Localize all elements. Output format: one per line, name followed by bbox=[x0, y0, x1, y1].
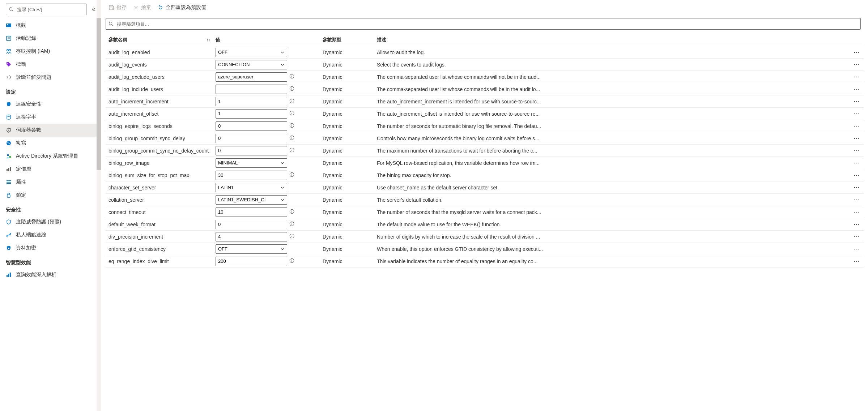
scrollbar-thumb[interactable] bbox=[97, 18, 101, 170]
param-value-input[interactable] bbox=[216, 97, 287, 106]
more-icon[interactable]: ⋯ bbox=[854, 258, 860, 264]
col-header-name[interactable]: 參數名稱 ↑↓ bbox=[106, 37, 214, 43]
svg-point-35 bbox=[292, 87, 292, 87]
col-header-value[interactable]: 值 bbox=[214, 37, 323, 43]
param-value-input[interactable] bbox=[216, 232, 287, 241]
param-type: Dynamic bbox=[323, 74, 377, 80]
param-value-select[interactable]: LATIN1_SWEDISH_CI bbox=[216, 195, 287, 205]
more-icon[interactable]: ⋯ bbox=[854, 135, 860, 141]
params-icon bbox=[6, 127, 12, 133]
sidebar-item-pricing[interactable]: 定價層 bbox=[0, 163, 101, 176]
more-icon[interactable]: ⋯ bbox=[854, 147, 860, 154]
sidebar-item-label: 標籤 bbox=[16, 61, 26, 68]
param-value-input[interactable] bbox=[216, 121, 287, 131]
sort-icon: ↑↓ bbox=[207, 38, 210, 42]
param-value-input[interactable] bbox=[216, 85, 287, 94]
param-value-input[interactable] bbox=[216, 134, 287, 143]
table-row: connect_timeoutDynamicThe number of seco… bbox=[106, 206, 864, 218]
param-value-select[interactable]: LATIN1 bbox=[216, 183, 287, 192]
info-icon[interactable] bbox=[289, 209, 294, 215]
param-value-input[interactable] bbox=[216, 109, 287, 119]
param-value-input[interactable] bbox=[216, 220, 287, 229]
param-value-input[interactable] bbox=[216, 171, 287, 180]
param-value-input[interactable] bbox=[216, 257, 287, 266]
param-name: binlog_expire_logs_seconds bbox=[106, 123, 214, 129]
more-icon[interactable]: ⋯ bbox=[854, 111, 860, 117]
param-value-select[interactable]: MINIMAL bbox=[216, 158, 287, 168]
info-icon[interactable] bbox=[289, 111, 294, 117]
sidebar-item-privatelink[interactable]: 私人端點連線 bbox=[0, 228, 101, 241]
more-icon[interactable]: ⋯ bbox=[854, 98, 860, 104]
param-value-input[interactable] bbox=[216, 72, 287, 82]
sidebar-item-queryperf[interactable]: 查詢效能深入解析 bbox=[0, 268, 101, 281]
svg-point-10 bbox=[7, 115, 10, 116]
table-row: collation_serverLATIN1_SWEDISH_CIDynamic… bbox=[106, 194, 864, 206]
sidebar-item-diagnose[interactable]: 診斷並解決問題 bbox=[0, 71, 101, 84]
more-icon[interactable]: ⋯ bbox=[854, 172, 860, 178]
more-icon[interactable]: ⋯ bbox=[854, 123, 860, 129]
sidebar-item-ad[interactable]: Active Directory 系統管理員 bbox=[0, 150, 101, 163]
param-type: Dynamic bbox=[323, 258, 377, 264]
param-value-select[interactable]: CONNECTION bbox=[216, 60, 287, 69]
col-header-desc[interactable]: 描述 bbox=[377, 37, 849, 43]
info-icon[interactable] bbox=[289, 74, 294, 80]
param-value-input[interactable] bbox=[216, 207, 287, 217]
svg-point-38 bbox=[292, 99, 292, 100]
sidebar-item-params[interactable]: 伺服器參數 bbox=[0, 124, 101, 137]
sidebar-item-label: 活動記錄 bbox=[16, 35, 36, 42]
sidebar-item-lock[interactable]: 鎖定 bbox=[0, 189, 101, 202]
sidebar-item-encryption[interactable]: 資料加密 bbox=[0, 241, 101, 254]
filter-input[interactable] bbox=[106, 18, 861, 30]
reset-button[interactable]: 全部重設為預設值 bbox=[158, 4, 206, 11]
more-icon[interactable]: ⋯ bbox=[854, 234, 860, 240]
param-value-select[interactable]: OFF bbox=[216, 48, 287, 57]
info-icon[interactable] bbox=[289, 147, 294, 154]
more-icon[interactable]: ⋯ bbox=[854, 197, 860, 203]
col-header-type[interactable]: 參數類型 bbox=[323, 37, 377, 43]
sidebar-item-connstr[interactable]: 連接字串 bbox=[0, 111, 101, 124]
info-icon[interactable] bbox=[289, 123, 294, 129]
discard-button[interactable]: 捨棄 bbox=[133, 4, 151, 11]
save-button[interactable]: 儲存 bbox=[109, 4, 127, 11]
param-value-select[interactable]: OFF bbox=[216, 244, 287, 254]
sidebar-item-atp[interactable]: 進階威脅防護 (預覽) bbox=[0, 215, 101, 228]
more-icon[interactable]: ⋯ bbox=[854, 209, 860, 215]
more-icon[interactable]: ⋯ bbox=[854, 74, 860, 80]
sidebar-item-overview[interactable]: 概觀 bbox=[0, 19, 101, 32]
sidebar-item-iam[interactable]: 存取控制 (IAM) bbox=[0, 45, 101, 58]
param-type: Dynamic bbox=[323, 172, 377, 178]
sidebar-item-connsec[interactable]: 連線安全性 bbox=[0, 98, 101, 111]
more-icon[interactable]: ⋯ bbox=[854, 160, 860, 166]
svg-point-0 bbox=[9, 8, 12, 10]
replication-icon bbox=[6, 140, 12, 146]
info-icon[interactable] bbox=[289, 98, 294, 104]
more-icon[interactable]: ⋯ bbox=[854, 246, 860, 252]
sidebar-item-label: 複寫 bbox=[16, 140, 26, 146]
svg-rect-3 bbox=[7, 24, 8, 25]
svg-point-32 bbox=[292, 75, 292, 75]
sidebar-item-activity[interactable]: 活動記錄 bbox=[0, 32, 101, 45]
more-icon[interactable]: ⋯ bbox=[854, 221, 860, 227]
info-icon[interactable] bbox=[289, 221, 294, 227]
param-type: Dynamic bbox=[323, 234, 377, 240]
table-row: eq_range_index_dive_limitDynamicThis var… bbox=[106, 255, 864, 267]
sidebar-item-tags[interactable]: 標籤 bbox=[0, 58, 101, 71]
sidebar-item-replication[interactable]: 複寫 bbox=[0, 137, 101, 150]
info-icon[interactable] bbox=[289, 258, 294, 264]
param-value-input[interactable] bbox=[216, 146, 287, 155]
svg-point-62 bbox=[292, 235, 292, 235]
info-icon[interactable] bbox=[289, 135, 294, 141]
info-icon[interactable] bbox=[289, 86, 294, 92]
sidebar-search-input[interactable] bbox=[6, 4, 86, 15]
more-icon[interactable]: ⋯ bbox=[854, 49, 860, 55]
sidebar-item-label: 屬性 bbox=[16, 179, 26, 185]
more-icon[interactable]: ⋯ bbox=[854, 86, 860, 92]
sidebar-item-properties[interactable]: 屬性 bbox=[0, 176, 101, 189]
info-icon[interactable] bbox=[289, 172, 294, 178]
param-type: Dynamic bbox=[323, 160, 377, 166]
svg-rect-27 bbox=[10, 273, 11, 277]
more-icon[interactable]: ⋯ bbox=[854, 184, 860, 190]
more-icon[interactable]: ⋯ bbox=[854, 61, 860, 68]
param-desc: The comma-separated user list whose comm… bbox=[377, 74, 849, 80]
info-icon[interactable] bbox=[289, 234, 294, 240]
